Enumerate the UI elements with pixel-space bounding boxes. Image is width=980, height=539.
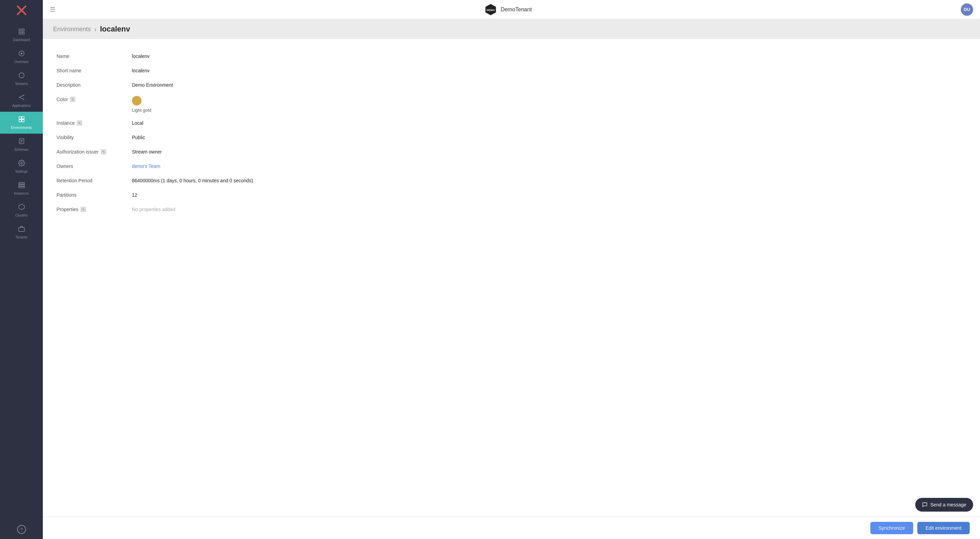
sliders-icon (18, 50, 25, 59)
sidebar-item-environments[interactable]: Environments (0, 112, 43, 134)
svg-point-9 (19, 97, 20, 98)
svg-point-22 (21, 162, 22, 164)
svg-rect-17 (22, 119, 24, 122)
send-message-button[interactable]: Send a message (915, 498, 973, 512)
value-description: Demo Environment (132, 81, 173, 88)
user-avatar[interactable]: DU (961, 3, 973, 16)
sidebar-label-clusters: Clusters (15, 213, 28, 217)
sidebar-label-streams: Streams (15, 82, 28, 86)
sidebar-label-tenants: Tenants (16, 235, 27, 239)
svg-rect-25 (19, 186, 24, 188)
svg-rect-24 (19, 184, 24, 186)
field-properties: Properties ✎ No properties added (57, 202, 966, 217)
field-visibility: Visibility Public (57, 130, 966, 145)
svg-rect-2 (19, 29, 21, 31)
sidebar-label-overview: Overview (14, 60, 29, 64)
label-color: Color ✎ (57, 96, 132, 102)
label-name: Name (57, 53, 132, 59)
value-properties: No properties added (132, 206, 175, 212)
action-bar: Synchronize Edit environment (43, 517, 980, 539)
sidebar: Dashboard Overview Streams Applications … (0, 0, 43, 539)
field-short-name: Short name localenv (57, 64, 966, 78)
header-logo-hex: DEMO (484, 3, 497, 16)
send-message-label: Send a message (930, 502, 966, 507)
field-color: Color ✎ Light gold (57, 92, 966, 116)
value-visibility: Public (132, 134, 145, 140)
sidebar-item-instances[interactable]: Instances (0, 178, 43, 199)
color-edit-icon[interactable]: ✎ (70, 97, 75, 102)
label-partitions: Partitions (57, 192, 132, 198)
svg-point-8 (19, 73, 24, 78)
synchronize-button[interactable]: Synchronize (870, 522, 913, 534)
environments-icon (18, 116, 25, 124)
header-center: DEMO DemoTenant (484, 3, 532, 16)
properties-edit-icon[interactable]: ✎ (81, 207, 86, 212)
tenant-name: DemoTenant (501, 6, 532, 13)
app-logo[interactable] (15, 3, 29, 17)
svg-rect-5 (22, 32, 24, 34)
grid-icon (18, 28, 25, 37)
sidebar-label-environments: Environments (11, 126, 32, 130)
sidebar-label-schemas: Schemas (14, 148, 29, 151)
svg-line-13 (20, 98, 22, 99)
svg-rect-4 (19, 32, 21, 34)
field-description: Description Demo Environment (57, 78, 966, 92)
sidebar-item-applications[interactable]: Applications (0, 90, 43, 112)
svg-rect-16 (19, 119, 21, 122)
value-owners[interactable]: demo's Team (132, 163, 161, 169)
svg-point-10 (23, 95, 24, 96)
auth-issuer-edit-icon[interactable]: ✎ (101, 149, 106, 154)
edit-environment-button[interactable]: Edit environment (917, 522, 970, 534)
svg-text:DEMO: DEMO (487, 9, 495, 12)
breadcrumb-parent[interactable]: Environments (53, 26, 91, 33)
sidebar-item-overview[interactable]: Overview (0, 46, 43, 68)
instances-icon (18, 181, 25, 190)
field-retention-period: Retention Period 86400000ms (1 days, 0 h… (57, 174, 966, 188)
message-icon (922, 502, 928, 507)
detail-content: Name localenv Short name localenv Descri… (43, 39, 980, 517)
schemas-icon (18, 138, 25, 146)
svg-rect-27 (19, 227, 24, 232)
breadcrumb-separator: › (94, 25, 97, 33)
breadcrumb: Environments › localenv (43, 19, 980, 39)
main-content: ☰ DEMO DemoTenant DU Environments › loca… (43, 0, 980, 539)
sidebar-item-streams[interactable]: Streams (0, 68, 43, 90)
value-retention-period: 86400000ms (1 days, 0 hours, 0 minutes a… (132, 177, 253, 183)
value-name: localenv (132, 53, 150, 59)
streams-icon (18, 72, 25, 81)
header: ☰ DEMO DemoTenant DU (43, 0, 980, 19)
sidebar-item-dashboard[interactable]: Dashboard (0, 24, 43, 46)
value-instance: Local (132, 119, 143, 126)
sidebar-item-tenants[interactable]: Tenants (0, 221, 43, 243)
svg-line-12 (20, 95, 22, 97)
label-retention-period: Retention Period (57, 177, 132, 183)
field-partitions: Partitions 12 (57, 188, 966, 202)
field-instance: Instance ✎ Local (57, 116, 966, 130)
svg-point-7 (21, 53, 22, 54)
value-color: Light gold (132, 96, 151, 113)
help-button[interactable]: ? (17, 525, 26, 534)
field-name: Name localenv (57, 49, 966, 64)
field-authorization-issuer: Authorization issuer ✎ Stream owner (57, 145, 966, 159)
menu-toggle[interactable]: ☰ (50, 6, 55, 13)
value-short-name: localenv (132, 67, 150, 73)
svg-rect-23 (19, 183, 24, 184)
field-owners: Owners demo's Team (57, 159, 966, 174)
svg-rect-14 (19, 117, 21, 119)
value-authorization-issuer: Stream owner (132, 148, 162, 154)
color-swatch[interactable] (132, 96, 142, 105)
label-visibility: Visibility (57, 134, 132, 140)
sidebar-label-dashboard: Dashboard (13, 38, 30, 42)
sidebar-item-clusters[interactable]: Clusters (0, 199, 43, 221)
settings-icon (18, 160, 25, 168)
label-properties: Properties ✎ (57, 206, 132, 212)
value-partitions: 12 (132, 192, 137, 198)
svg-rect-3 (22, 29, 24, 31)
sidebar-item-settings[interactable]: Settings (0, 156, 43, 178)
instance-edit-icon[interactable]: ✎ (77, 120, 82, 126)
sidebar-label-settings: Settings (15, 170, 27, 173)
label-instance: Instance ✎ (57, 119, 132, 126)
sidebar-item-schemas[interactable]: Schemas (0, 134, 43, 156)
svg-marker-26 (19, 204, 24, 210)
sidebar-label-applications: Applications (12, 104, 31, 108)
